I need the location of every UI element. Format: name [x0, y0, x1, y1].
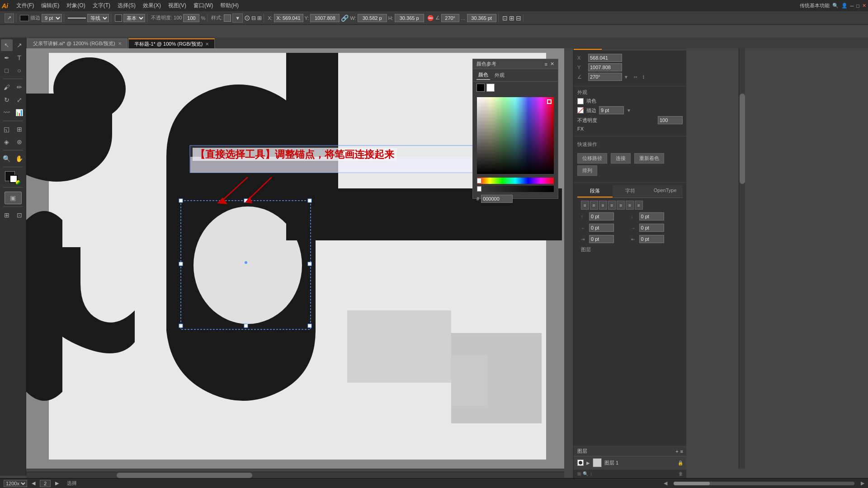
swatch-white[interactable]	[486, 84, 495, 92]
mesh-tool[interactable]: ⊞	[14, 123, 25, 135]
select-tool[interactable]: ↖	[1, 39, 13, 51]
warp-tool[interactable]: 〰	[1, 107, 13, 118]
menu-effect[interactable]: 效果(X)	[139, 0, 165, 11]
bottom-scrollbar-thumb[interactable]	[674, 482, 710, 485]
color-panel-expand-icon[interactable]: ≡	[545, 61, 547, 67]
symbol-tool[interactable]: ⊛	[14, 136, 25, 148]
menu-edit[interactable]: 编辑(E)	[38, 0, 63, 11]
layer-visibility-icon[interactable]	[577, 460, 584, 466]
align-options-icon[interactable]: ⊡	[502, 14, 508, 22]
toolbar-select-btn[interactable]: ↗	[5, 14, 14, 23]
live-paint-tool[interactable]: ⊡	[14, 209, 25, 221]
color-panel-close-icon[interactable]: ✕	[550, 61, 554, 67]
swatch-black[interactable]	[476, 84, 485, 92]
style-options-btn[interactable]: ▼	[232, 14, 243, 23]
v-scrollbar[interactable]	[739, 48, 745, 469]
menu-help[interactable]: 帮助(H)	[217, 0, 242, 11]
shape-tool[interactable]: □	[1, 65, 13, 76]
link-icon[interactable]: 🔗	[341, 14, 349, 22]
line-type-select[interactable]: 等线	[87, 14, 109, 22]
pen-tool[interactable]: ✒	[1, 52, 13, 64]
align-icon[interactable]: ⊟	[251, 15, 256, 21]
artboard-input[interactable]	[40, 480, 51, 487]
zoom-tool[interactable]: 🔍	[1, 153, 13, 164]
spacing-icon[interactable]: ⊟	[516, 14, 521, 22]
bottom-scroll-left[interactable]: ◀	[664, 480, 667, 486]
justify-all-btn[interactable]: ≡	[617, 201, 625, 210]
tab-0[interactable]: 父亲节讲解.ai* @ 1200% (RGB/预览) ✕	[27, 38, 127, 48]
flip-h-icon[interactable]: ↔	[633, 74, 638, 80]
w-input[interactable]	[358, 14, 387, 22]
v-scroll-thumb[interactable]	[740, 94, 745, 184]
opacity-input[interactable]	[183, 14, 199, 22]
minimize-btn[interactable]: ─	[850, 3, 854, 9]
stroke-width-input[interactable]	[599, 106, 624, 114]
align-right-btn[interactable]: ≡	[599, 201, 607, 210]
angle-coord-input[interactable]	[588, 73, 622, 81]
layer-expand-icon[interactable]: ▶	[586, 460, 590, 465]
stroke-dropdown-icon[interactable]: ▼	[627, 108, 631, 113]
gradient-tool[interactable]: ◱	[1, 123, 13, 135]
opacity-row-input[interactable]	[658, 116, 683, 124]
space-before-input[interactable]	[589, 212, 614, 221]
fill-type-select[interactable]: 基本	[123, 14, 145, 22]
angle-input[interactable]	[441, 14, 459, 22]
alpha-slider[interactable]	[477, 186, 554, 192]
color-gradient[interactable]	[477, 97, 554, 174]
close-btn[interactable]: ✕	[862, 3, 866, 9]
stroke-size-select[interactable]: 9 pt	[42, 14, 62, 22]
distribute-icon[interactable]: ⊞	[509, 14, 514, 22]
hand-tool[interactable]: ✋	[14, 153, 25, 164]
x-input[interactable]	[274, 14, 303, 22]
layers-options-icon[interactable]: ≡	[680, 449, 683, 454]
text-tool[interactable]: T	[14, 52, 25, 64]
color-tab-appearance[interactable]: 外观	[493, 71, 506, 80]
quick-offset-path-btn[interactable]: 位移路径	[577, 153, 607, 164]
menu-window[interactable]: 窗口(W)	[190, 0, 217, 11]
rotate-tool[interactable]: ↻	[1, 94, 13, 106]
h-scroll-thumb[interactable]	[117, 473, 252, 478]
user-icon[interactable]: 👤	[841, 3, 848, 9]
pencil-tool[interactable]: ✏	[14, 81, 25, 93]
quick-join-btn[interactable]: 连接	[611, 153, 631, 164]
y-input[interactable]	[310, 14, 340, 22]
tab-0-close[interactable]: ✕	[118, 41, 122, 46]
tab-1-close[interactable]: ✕	[205, 42, 209, 47]
prev-artboard-btn[interactable]: ◀	[32, 480, 35, 486]
layers-search-icon[interactable]: 🔍	[583, 471, 588, 476]
constrain-icon[interactable]: ⛔	[427, 15, 434, 21]
layers-add-layer-icon[interactable]: ⊞	[577, 471, 581, 476]
layer-name[interactable]: 图层 1	[604, 460, 675, 466]
color-wheel-icon[interactable]: ⊙	[244, 14, 250, 22]
typo-tab-opentype[interactable]: OpenType	[647, 185, 683, 197]
hue-slider[interactable]	[477, 178, 554, 184]
layers-add-icon[interactable]: +	[675, 449, 678, 454]
direct-select-tool[interactable]: ↗	[14, 39, 25, 51]
x-coord-input[interactable]	[588, 54, 622, 62]
indent-left-input[interactable]	[589, 224, 614, 232]
h-input[interactable]	[395, 14, 424, 22]
menu-file[interactable]: 文件(F)	[13, 0, 38, 11]
fill-color-swatch[interactable]	[577, 98, 584, 104]
bottom-scrollbar-track[interactable]	[674, 482, 854, 485]
transform-icon[interactable]: ⊞	[257, 15, 262, 21]
ellipse-tool[interactable]: ○	[14, 65, 25, 76]
justify-right-btn[interactable]: ≡	[635, 201, 643, 210]
quick-recolor-btn[interactable]: 重新着色	[634, 153, 664, 164]
layer-lock-icon[interactable]: 🔒	[678, 460, 683, 465]
indent-right-input[interactable]	[639, 224, 664, 232]
hex-input[interactable]	[481, 195, 513, 203]
stroke-color-swatch[interactable]	[577, 107, 584, 113]
tab-1[interactable]: 半标题-1* @ 100% (RGB/预览) ✕	[128, 38, 215, 48]
blend-tool[interactable]: ◈	[1, 136, 13, 148]
menu-view[interactable]: 视图(V)	[165, 0, 190, 11]
color-mode-icon[interactable]	[16, 180, 20, 185]
para-extra-input[interactable]	[639, 235, 664, 243]
screen-mode-btn[interactable]: ▣	[5, 192, 22, 204]
next-artboard-btn[interactable]: ▶	[55, 480, 59, 486]
justify-full-btn[interactable]: ≡	[626, 201, 634, 210]
space-after-input[interactable]	[639, 212, 664, 221]
quick-arrange-btn[interactable]: 排列	[577, 165, 597, 176]
menu-object[interactable]: 对象(O)	[63, 0, 89, 11]
typo-tab-para[interactable]: 段落	[577, 185, 613, 197]
